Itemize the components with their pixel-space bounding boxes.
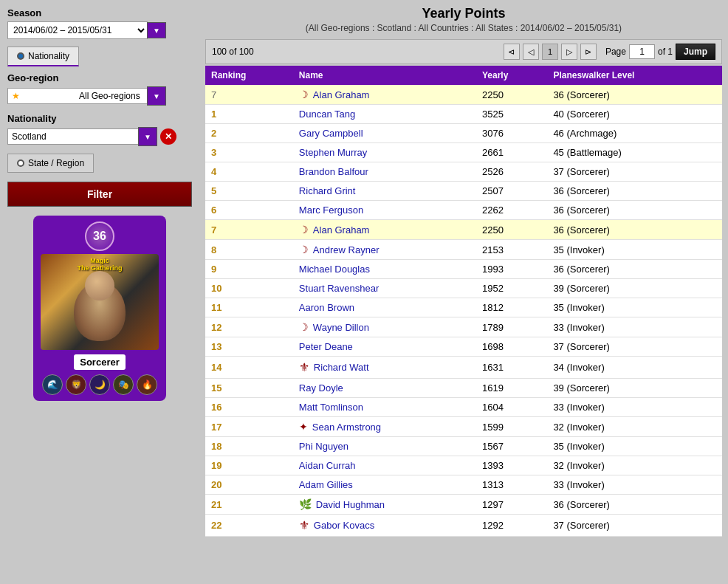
col-name: Name bbox=[293, 66, 476, 85]
season-dropdown-btn[interactable] bbox=[147, 22, 166, 38]
name-cell: Stuart Ravenshear bbox=[293, 279, 476, 298]
player-name[interactable]: Richard Watt bbox=[314, 362, 369, 373]
rank-cell: 11 bbox=[205, 298, 293, 317]
georegion-input[interactable]: ★ All Geo-regions bbox=[7, 88, 148, 104]
yearly-cell: 1599 bbox=[476, 417, 547, 437]
card-level-badge: 36 bbox=[85, 221, 114, 251]
name-cell: Richard Grint bbox=[293, 182, 476, 201]
table-row: 21 🌿 David Hughman 1297 36 (Sorcerer) bbox=[205, 495, 722, 515]
player-name[interactable]: Aaron Brown bbox=[299, 302, 354, 313]
last-page-btn[interactable]: ⊳ bbox=[580, 44, 597, 60]
card-title: Sorcerer bbox=[74, 354, 125, 370]
rank-cell: 9 bbox=[205, 260, 293, 279]
name-cell: Peter Deane bbox=[293, 337, 476, 357]
nationality-tab[interactable]: Nationality bbox=[7, 47, 79, 66]
yearly-cell: 1567 bbox=[476, 437, 547, 456]
rank-cell: 4 bbox=[205, 162, 293, 182]
yearly-cell: 1619 bbox=[476, 379, 547, 398]
player-name[interactable]: Phi Nguyen bbox=[299, 441, 348, 452]
name-cell: ☽ Alan Graham bbox=[293, 220, 476, 240]
player-name[interactable]: Richard Grint bbox=[299, 185, 356, 196]
planeswalker-icon: ☽ bbox=[299, 321, 309, 333]
prev-page-btn[interactable]: ◁ bbox=[523, 44, 539, 60]
name-cell: Aaron Brown bbox=[293, 298, 476, 317]
player-name[interactable]: David Hughman bbox=[316, 499, 385, 510]
card-icon-2: 🦁 bbox=[66, 374, 86, 395]
player-name[interactable]: Ray Doyle bbox=[299, 382, 343, 394]
yearly-cell: 1631 bbox=[476, 357, 547, 379]
player-name[interactable]: Michael Douglas bbox=[299, 264, 370, 275]
yearly-cell: 3525 bbox=[476, 105, 547, 124]
record-count: 100 of 100 bbox=[212, 47, 254, 57]
planeswalker-icon: ⚜ bbox=[299, 360, 309, 374]
player-name[interactable]: Adam Gillies bbox=[299, 479, 353, 490]
table-row: 17 ✦ Sean Armstrong 1599 32 (Invoker) bbox=[205, 417, 722, 437]
filter-type-tabs: Nationality bbox=[7, 47, 192, 66]
first-page-btn[interactable]: ⊲ bbox=[504, 44, 520, 60]
season-row: 2014/06/02 – 2015/05/31 bbox=[7, 21, 192, 39]
rank-cell: 15 bbox=[205, 379, 293, 398]
rankings-table: Ranking Name Yearly Planeswalker Level 7… bbox=[205, 66, 722, 537]
season-label: Season bbox=[7, 7, 192, 18]
rank-cell: 14 bbox=[205, 357, 293, 379]
card-icon-3: 🌙 bbox=[89, 374, 110, 395]
nationality-clear-btn[interactable]: ✕ bbox=[160, 128, 176, 145]
name-cell: ☽ Andrew Rayner bbox=[293, 240, 476, 260]
state-tab[interactable]: State / Region bbox=[7, 154, 94, 173]
name-cell: 🌿 David Hughman bbox=[293, 495, 476, 515]
state-region-tabs: State / Region bbox=[7, 154, 192, 173]
nationality-tab-label: Nationality bbox=[28, 51, 69, 61]
player-name[interactable]: Matt Tomlinson bbox=[299, 402, 363, 413]
georegion-dropdown-btn[interactable] bbox=[147, 86, 166, 106]
level-cell: 35 (Invoker) bbox=[547, 298, 722, 317]
player-name[interactable]: Stephen Murray bbox=[299, 147, 368, 158]
yearly-cell: 1604 bbox=[476, 398, 547, 417]
nationality-dropdown-btn[interactable] bbox=[138, 127, 157, 146]
player-name[interactable]: Alan Graham bbox=[313, 89, 370, 100]
page-subtitle: (All Geo-regions : Scotland : All Countr… bbox=[205, 23, 722, 33]
season-select[interactable]: 2014/06/02 – 2015/05/31 bbox=[7, 21, 148, 39]
player-name[interactable]: Marc Ferguson bbox=[299, 205, 363, 216]
player-name[interactable]: Stuart Ravenshear bbox=[299, 283, 379, 294]
page-number-input[interactable] bbox=[629, 44, 655, 59]
player-name[interactable]: Sean Armstrong bbox=[312, 422, 381, 433]
georegion-value: All Geo-regions bbox=[79, 91, 143, 101]
name-cell: Duncan Tang bbox=[293, 105, 476, 124]
level-cell: 36 (Sorcerer) bbox=[547, 85, 722, 105]
player-name[interactable]: Andrew Rayner bbox=[313, 244, 380, 255]
filter-button[interactable]: Filter bbox=[7, 182, 192, 207]
nationality-input[interactable] bbox=[7, 128, 139, 145]
yearly-cell: 1698 bbox=[476, 337, 547, 357]
level-cell: 37 (Sorcerer) bbox=[547, 337, 722, 357]
player-name[interactable]: Alan Graham bbox=[313, 224, 370, 236]
player-name[interactable]: Peter Deane bbox=[299, 341, 353, 352]
name-cell: Adam Gillies bbox=[293, 475, 476, 495]
player-name[interactable]: Gabor Kovacs bbox=[314, 520, 374, 531]
rank-cell: 8 bbox=[205, 240, 293, 260]
table-row: 20 Adam Gillies 1313 33 (Invoker) bbox=[205, 475, 722, 495]
page-1-btn[interactable]: 1 bbox=[542, 44, 558, 60]
yearly-cell: 1292 bbox=[476, 515, 547, 537]
jump-button[interactable]: Jump bbox=[676, 44, 715, 60]
yearly-cell: 2661 bbox=[476, 143, 547, 162]
name-cell: ☽ Alan Graham bbox=[293, 85, 476, 105]
yearly-cell: 2250 bbox=[476, 85, 547, 105]
player-name[interactable]: Gary Campbell bbox=[299, 128, 363, 139]
rank-cell: 1 bbox=[205, 105, 293, 124]
level-cell: 35 (Invoker) bbox=[547, 437, 722, 456]
level-cell: 36 (Sorcerer) bbox=[547, 260, 722, 279]
player-name[interactable]: Duncan Tang bbox=[299, 109, 355, 120]
rank-cell: 5 bbox=[205, 182, 293, 201]
planeswalker-icon: 🌿 bbox=[299, 498, 312, 510]
planeswalker-icon: ☽ bbox=[299, 244, 309, 255]
card-image-title: MagicThe Gathering bbox=[41, 257, 159, 272]
yearly-cell: 1393 bbox=[476, 456, 547, 475]
level-cell: 36 (Sorcerer) bbox=[547, 182, 722, 201]
next-page-btn[interactable]: ▷ bbox=[561, 44, 577, 60]
player-name[interactable]: Brandon Balfour bbox=[299, 166, 368, 177]
player-name[interactable]: Aidan Currah bbox=[299, 460, 356, 471]
rank-cell: 7 bbox=[205, 85, 293, 105]
level-cell: 33 (Invoker) bbox=[547, 317, 722, 337]
table-row: 8 ☽ Andrew Rayner 2153 35 (Invoker) bbox=[205, 240, 722, 260]
player-name[interactable]: Wayne Dillon bbox=[313, 322, 369, 333]
